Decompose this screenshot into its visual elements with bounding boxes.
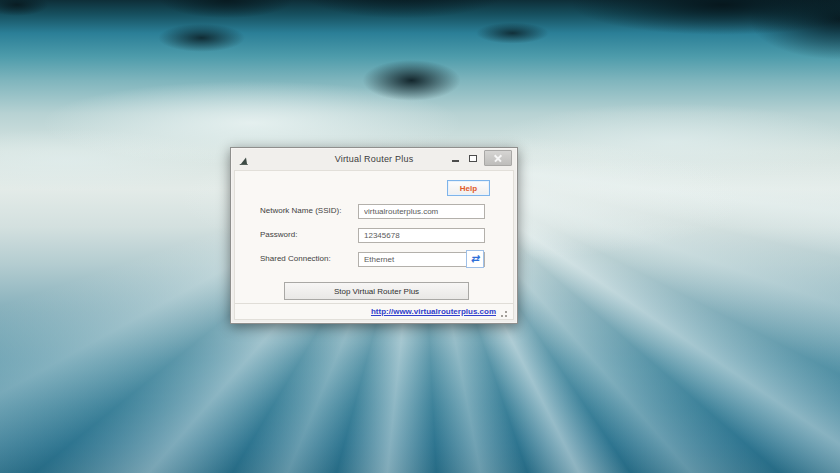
client-area: Help Network Name (SSID): Password: Shar… (234, 170, 514, 320)
minimize-icon (452, 160, 459, 162)
shared-connection-value: Ethernet (359, 255, 472, 264)
shared-connection-label: Shared Connection: (260, 254, 331, 263)
stop-virtual-router-button[interactable]: Stop Virtual Router Plus (284, 282, 469, 300)
help-button[interactable]: Help (447, 180, 490, 196)
website-link[interactable]: http://www.virtualrouterplus.com (371, 307, 496, 316)
resize-grip[interactable] (500, 308, 509, 317)
status-bar: http://www.virtualrouterplus.com (235, 303, 513, 319)
close-icon (494, 154, 503, 163)
refresh-arrows-icon: ⇄ (471, 254, 479, 264)
virtual-router-plus-window: Virtual Router Plus Help Network Name (S… (230, 147, 518, 324)
maximize-button[interactable] (466, 150, 480, 165)
caption-buttons (448, 150, 512, 166)
network-name-label: Network Name (SSID): (260, 206, 341, 215)
password-label: Password: (260, 230, 297, 239)
minimize-button[interactable] (448, 150, 462, 165)
maximize-icon (469, 155, 477, 162)
network-name-input[interactable] (358, 204, 485, 219)
titlebar[interactable]: Virtual Router Plus (231, 148, 517, 170)
refresh-connections-button[interactable]: ⇄ (466, 250, 484, 268)
password-input[interactable] (358, 228, 485, 243)
close-button[interactable] (484, 150, 512, 166)
